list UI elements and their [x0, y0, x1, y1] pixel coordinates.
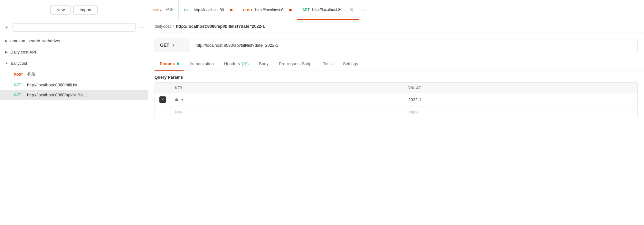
tab-close-button[interactable]: ✕: [350, 7, 354, 12]
new-button[interactable]: New: [50, 5, 71, 15]
top-bar: New Import POST 登录 GET http://localhost:…: [0, 0, 644, 20]
request-line: GET ▼: [155, 38, 638, 52]
tab-get-apibilllist[interactable]: GET http://localhost:80... ✕: [297, 0, 359, 20]
tabs-bar: POST 登录 GET http://localhost:80... POST …: [148, 0, 644, 20]
sub-method-get2: GET: [14, 93, 24, 97]
row2-key[interactable]: Key: [170, 106, 404, 118]
tab-post-login[interactable]: POST 登录: [148, 0, 179, 20]
tab-headers[interactable]: Headers (10): [219, 57, 254, 71]
tab-minimize-button[interactable]: —: [359, 7, 369, 13]
tab-params[interactable]: Params: [155, 57, 184, 71]
tab-method-get: GET: [184, 8, 191, 12]
checkbox-checked-icon: ✓: [159, 96, 166, 103]
sidebar-sub-item-login[interactable]: POST 登录: [0, 69, 148, 80]
tab-params-label: Params: [160, 61, 175, 66]
sidebar-add-button[interactable]: +: [4, 24, 10, 32]
import-button[interactable]: Import: [73, 5, 98, 15]
tab-get-billlist[interactable]: GET http://localhost:80...: [179, 0, 238, 20]
tab-url-billlist: http://localhost:80...: [194, 8, 227, 12]
tab-tests[interactable]: Tests: [318, 57, 338, 71]
tab-pre-request-label: Pre-request Script: [279, 61, 313, 66]
tab-settings-label: Settings: [343, 61, 358, 66]
request-tabs: Params Authorization Headers (10) Body P…: [148, 57, 644, 71]
col-value-header: VALUE: [404, 83, 638, 93]
sidebar-search-input[interactable]: [13, 23, 136, 32]
chevron-right-icon2: ▶: [5, 50, 8, 54]
tab-body[interactable]: Body: [254, 57, 274, 71]
tab-method-post: POST: [153, 8, 163, 12]
tab-headers-label: Headers: [224, 61, 240, 66]
sub-item-label-apibilllist: http://localhost:8080/api/bill/lis...: [27, 93, 86, 97]
query-params-section: Query Params KEY VALUE ✓ date: [148, 71, 644, 122]
table-row: ✓ date 2022-1: [155, 93, 638, 106]
row2-value[interactable]: Value: [404, 106, 638, 118]
chevron-right-icon: ▶: [5, 39, 8, 43]
sidebar-item-amazon[interactable]: ▶ amazon_search_webdriver: [0, 35, 148, 46]
sidebar-item-label-dailycost: dailycost: [11, 61, 27, 66]
col-check-header: [155, 83, 171, 93]
tab-body-label: Body: [259, 61, 269, 66]
sub-method-post: POST: [14, 73, 24, 76]
tab-authorization[interactable]: Authorization: [184, 57, 219, 71]
key-placeholder: Key: [175, 110, 182, 114]
sub-method-get: GET: [14, 83, 24, 87]
tab-authorization-label: Authorization: [189, 61, 214, 66]
breadcrumb-current: http://localhost:8080/api/bill/list?date…: [176, 24, 265, 29]
params-dot-indicator: [177, 63, 179, 65]
tab-pre-request[interactable]: Pre-request Script: [274, 57, 318, 71]
content-area: dailycost / http://localhost:8080/api/bi…: [148, 20, 644, 225]
sub-item-label-login: 登录: [27, 72, 35, 77]
tab-url-login: 登录: [166, 7, 173, 13]
row1-value[interactable]: 2022-1: [404, 93, 638, 106]
sidebar-item-label-amazon: amazon_search_webdriver: [10, 38, 61, 43]
sidebar-sub-item-billlist[interactable]: GET http://localhost:8080/billList: [0, 80, 148, 90]
main: + ··· ▶ amazon_search_webdriver ▶ Daily …: [0, 20, 644, 225]
sidebar-sub-item-apibilllist[interactable]: GET http://localhost:8080/api/bill/lis..…: [0, 90, 148, 100]
tab-url-post-localhost: http://localhost:8...: [255, 8, 287, 12]
row1-key[interactable]: date: [170, 93, 404, 106]
tab-url-apibilllist: http://localhost:80...: [312, 7, 346, 12]
tab-dot-indicator2: [289, 9, 292, 11]
query-params-title: Query Params: [155, 75, 638, 80]
tab-method-get-active: GET: [302, 8, 310, 12]
tab-post-localhost[interactable]: POST http://localhost:8...: [238, 0, 297, 20]
sidebar-item-label-daily-cost: Daily cost API: [10, 50, 36, 54]
sub-item-label-billlist: http://localhost:8080/billList: [27, 83, 77, 87]
tab-method-post2: POST: [243, 8, 253, 12]
row2-check[interactable]: [155, 106, 171, 118]
sidebar-more-button[interactable]: ···: [138, 25, 144, 30]
breadcrumb: dailycost / http://localhost:8080/api/bi…: [148, 20, 644, 33]
tab-settings[interactable]: Settings: [338, 57, 363, 71]
sidebar-item-daily-cost-api[interactable]: ▶ Daily cost API: [0, 46, 148, 58]
breadcrumb-parent: dailycost: [155, 24, 171, 29]
method-select[interactable]: GET ▼: [155, 38, 190, 52]
chevron-down-icon2: ▼: [172, 44, 175, 47]
params-table: KEY VALUE ✓ date 2022-1: [155, 82, 638, 118]
sidebar-search-bar: + ···: [0, 20, 148, 35]
value-placeholder: Value: [408, 110, 419, 114]
headers-badge: (10): [242, 62, 249, 66]
sidebar: + ··· ▶ amazon_search_webdriver ▶ Daily …: [0, 20, 148, 225]
sidebar-item-dailycost[interactable]: ▼ dailycost: [0, 58, 148, 69]
tab-dot-indicator: [230, 9, 232, 11]
method-value: GET: [160, 43, 169, 48]
tab-tests-label: Tests: [323, 61, 333, 66]
table-row: Key Value: [155, 106, 638, 118]
url-input[interactable]: [190, 38, 637, 52]
row1-check[interactable]: ✓: [155, 93, 171, 106]
col-key-header: KEY: [170, 83, 404, 93]
top-bar-left: New Import: [0, 0, 148, 20]
chevron-down-icon: ▼: [5, 62, 8, 65]
breadcrumb-separator: /: [173, 24, 174, 29]
